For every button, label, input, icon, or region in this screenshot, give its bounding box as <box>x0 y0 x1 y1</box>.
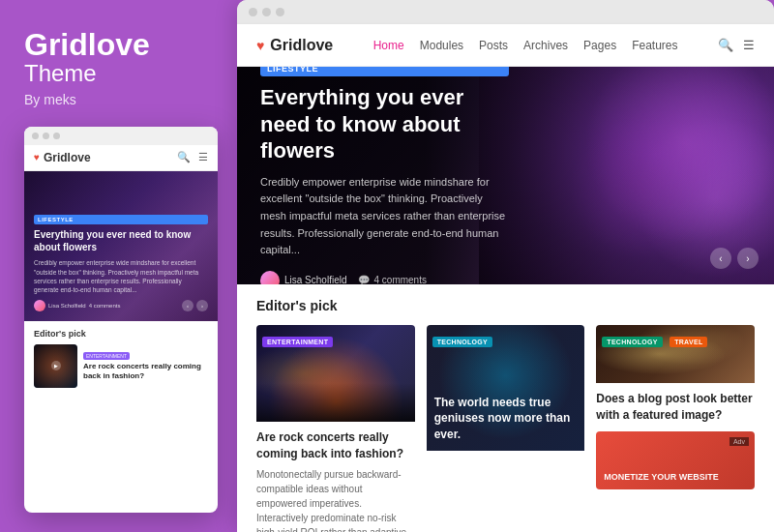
comments-icon: 💬 <box>358 275 370 284</box>
mini-author-avatar <box>34 300 45 311</box>
mini-author-info: Lisa Scholfield 4 comments <box>34 300 120 311</box>
mini-nav: ♥ Gridlove 🔍 ☰ <box>24 145 218 171</box>
comments-count: 4 comments <box>373 275 426 284</box>
card-badge-overlay-2: TECHNOLOGY <box>432 331 492 348</box>
card-concert-excerpt: Monotonectally pursue backward-compatibl… <box>256 467 415 532</box>
card-badge-overlay-3: TECHNOLOGY TRAVEL <box>602 331 707 348</box>
card-wire: TECHNOLOGY TRAVEL Does a blog post look … <box>596 325 755 532</box>
hero-title: Everything you ever need to know about f… <box>260 84 509 164</box>
mini-section-title: Editor's pick <box>34 329 208 339</box>
nav-link-posts[interactable]: Posts <box>479 39 508 52</box>
mini-editors-pick: Editor's pick ▶ ENTERTAINMENT Are rock c… <box>24 321 218 396</box>
mini-card-image: ▶ <box>34 344 77 388</box>
hero-badge: LIFESTYLE <box>260 67 509 76</box>
hero-section: LIFESTYLE Everything you ever need to kn… <box>237 67 774 284</box>
browser-dot-3 <box>276 8 284 16</box>
mini-browser-chrome <box>24 127 218 145</box>
mini-comments: 4 comments <box>89 303 121 309</box>
hero-next-button[interactable]: › <box>737 248 759 269</box>
left-panel: Gridlove Theme By meks ♥ Gridlove 🔍 ☰ LI… <box>0 0 237 532</box>
mini-author-name: Lisa Scholfield <box>48 303 86 309</box>
hero-arrows: ‹ › <box>710 248 759 269</box>
mini-nav-icons: 🔍 ☰ <box>177 151 208 163</box>
travel-badge: TRAVEL <box>670 337 707 347</box>
browser-dot-1 <box>249 8 257 16</box>
hero-author-row: Lisa Scholfield <box>260 271 346 284</box>
hero-author-avatar <box>260 271 280 284</box>
mini-card: ▶ ENTERTAINMENT Are rock concerts really… <box>34 344 208 388</box>
nav-link-archives[interactable]: Archives <box>523 39 568 52</box>
content-area: Editor's pick ENTERTAINMENT Are rock con… <box>237 284 774 532</box>
card-concert-image: ENTERTAINMENT <box>256 325 415 422</box>
technology-badge-2: TECHNOLOGY <box>602 337 662 347</box>
card-concert-content: Are rock concerts really coming back int… <box>256 422 415 532</box>
hero-author-name: Lisa Scholfield <box>284 275 346 284</box>
main-logo: ♥ Gridlove <box>256 37 333 54</box>
nav-link-pages[interactable]: Pages <box>583 39 616 52</box>
hero-comments: 💬 4 comments <box>358 275 426 284</box>
brand-author: By meks <box>24 92 218 107</box>
main-browser: ♥ Gridlove Home Modules Posts Archives P… <box>237 0 774 532</box>
cards-grid: ENTERTAINMENT Are rock concerts really c… <box>256 325 755 532</box>
search-icon[interactable]: 🔍 <box>718 38 733 52</box>
main-nav: ♥ Gridlove Home Modules Posts Archives P… <box>237 24 774 67</box>
mini-hero-excerpt: Credibly empower enterprise wide mindsha… <box>34 258 208 293</box>
mini-logo: ♥ Gridlove <box>34 151 91 164</box>
concert-crowd <box>256 383 415 422</box>
mini-prev-arrow[interactable]: ‹ <box>182 300 194 311</box>
hero-excerpt: Credibly empower enterprise wide mindsha… <box>260 174 509 259</box>
mini-heart-icon: ♥ <box>34 152 40 163</box>
mini-dot-1 <box>32 133 39 139</box>
hero-prev-button[interactable]: ‹ <box>710 248 731 269</box>
adv-tag: Adv <box>729 437 749 446</box>
main-nav-links: Home Modules Posts Archives Pages Featur… <box>373 39 678 52</box>
card-red-image: Adv MONETIZE YOUR WEBSITE <box>596 431 755 489</box>
mini-lifestyle-badge: LIFESTYLE <box>34 215 208 224</box>
entertainment-badge: ENTERTAINMENT <box>262 337 333 347</box>
card-badge-overlay-1: ENTERTAINMENT <box>262 331 333 348</box>
brand-subtitle: Theme <box>24 60 218 88</box>
mini-hero-title: Everything you ever need to know about f… <box>34 228 208 253</box>
nav-link-modules[interactable]: Modules <box>420 39 463 52</box>
mini-nav-arrows: ‹ › <box>182 300 208 311</box>
nav-link-home[interactable]: Home <box>373 39 404 52</box>
mini-next-arrow[interactable]: › <box>196 300 208 311</box>
editors-pick-title: Editor's pick <box>256 298 755 313</box>
card-concert-title: Are rock concerts really coming back int… <box>256 429 415 462</box>
mini-card-title: Are rock concerts really coming back in … <box>83 362 208 382</box>
monetize-title: MONETIZE YOUR WEBSITE <box>604 472 747 482</box>
card-wire-image: TECHNOLOGY TRAVEL <box>596 325 755 383</box>
mini-hero-footer: Lisa Scholfield 4 comments ‹ › <box>34 300 208 311</box>
mini-dot-3 <box>53 133 60 139</box>
browser-chrome <box>237 0 774 24</box>
mini-menu-icon: ☰ <box>198 151 208 163</box>
nav-link-features[interactable]: Features <box>632 39 677 52</box>
mini-play-icon: ▶ <box>51 361 61 370</box>
mini-dot-2 <box>43 133 49 139</box>
card-einstein: TECHNOLOGY The world needs true geniuses… <box>427 325 585 532</box>
browser-dot-2 <box>262 8 271 16</box>
logo-heart-icon: ♥ <box>256 38 264 53</box>
mini-browser-mockup: ♥ Gridlove 🔍 ☰ LIFESTYLE Everything you … <box>24 127 218 513</box>
brand-name: Gridlove <box>24 29 218 60</box>
menu-icon[interactable]: ☰ <box>743 38 755 52</box>
logo-text: Gridlove <box>270 37 333 54</box>
mini-entertainment-badge: ENTERTAINMENT <box>83 352 130 360</box>
card-einstein-title: The world needs true geniuses now more t… <box>434 395 578 443</box>
editors-pick-section: Editor's pick ENTERTAINMENT Are rock con… <box>237 284 774 532</box>
card-concert: ENTERTAINMENT Are rock concerts really c… <box>256 325 415 532</box>
card-wire-content: Does a blog post look better with a feat… <box>596 383 755 424</box>
mini-hero: LIFESTYLE Everything you ever need to kn… <box>24 171 218 321</box>
hero-meta: Lisa Scholfield 💬 4 comments <box>260 271 509 284</box>
mini-card-content: ENTERTAINMENT Are rock concerts really c… <box>83 344 208 382</box>
mini-logo-text: Gridlove <box>44 151 91 164</box>
hero-content: LIFESTYLE Everything you ever need to kn… <box>237 67 532 284</box>
technology-badge: TECHNOLOGY <box>432 337 492 347</box>
card-einstein-image: TECHNOLOGY The world needs true geniuses… <box>427 325 585 451</box>
nav-icons: 🔍 ☰ <box>718 38 755 52</box>
card-wire-title: Does a blog post look better with a feat… <box>596 391 755 424</box>
mini-search-icon: 🔍 <box>177 151 191 163</box>
